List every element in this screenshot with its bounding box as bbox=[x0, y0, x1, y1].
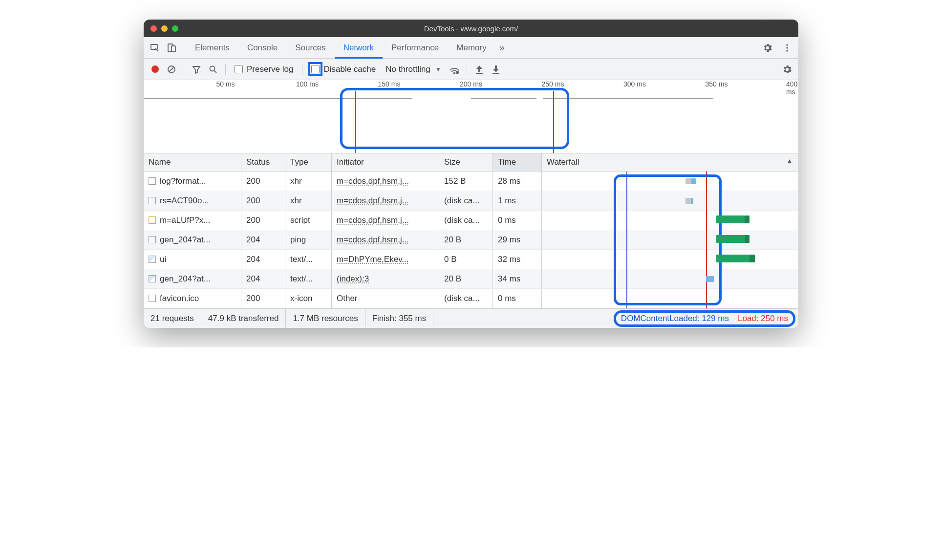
request-initiator[interactable]: (index):3 bbox=[337, 274, 369, 284]
request-time: 0 ms bbox=[493, 211, 542, 230]
svg-point-8 bbox=[453, 72, 455, 74]
tab-memory[interactable]: Memory bbox=[448, 37, 495, 59]
overview-timeline[interactable]: 50 ms 100 ms 150 ms 200 ms 250 ms 300 ms… bbox=[144, 80, 798, 153]
throttling-select[interactable]: No throttling ▼ bbox=[382, 65, 445, 74]
request-initiator[interactable]: m=cdos,dpf,hsm,j... bbox=[337, 176, 409, 186]
tab-performance[interactable]: Performance bbox=[383, 37, 448, 59]
request-time: 28 ms bbox=[493, 172, 542, 191]
separator bbox=[225, 64, 226, 75]
col-waterfall[interactable]: Waterfall ▲ bbox=[542, 153, 798, 171]
tick-label: 350 ms bbox=[706, 80, 728, 88]
download-har-icon[interactable] bbox=[489, 62, 503, 77]
request-waterfall bbox=[542, 191, 798, 210]
table-row[interactable]: rs=ACT90o... 200 xhr m=cdos,dpf,hsm,j...… bbox=[144, 191, 798, 211]
request-initiator[interactable]: m=DhPYme,Ekev... bbox=[337, 255, 409, 264]
svg-rect-2 bbox=[171, 46, 175, 52]
tab-network[interactable]: Network bbox=[335, 37, 383, 59]
request-status: 204 bbox=[241, 269, 285, 288]
col-initiator[interactable]: Initiator bbox=[332, 153, 439, 171]
tab-elements[interactable]: Elements bbox=[186, 37, 238, 59]
settings-icon[interactable] bbox=[780, 62, 794, 77]
request-size: 20 B bbox=[439, 230, 493, 249]
clear-icon[interactable] bbox=[164, 62, 179, 77]
tick-label: 250 ms bbox=[542, 80, 564, 88]
status-finish: Finish: 355 ms bbox=[365, 309, 434, 328]
col-time[interactable]: Time bbox=[493, 153, 542, 171]
status-resources: 1.7 MB resources bbox=[286, 309, 365, 328]
request-initiator[interactable]: m=cdos,dpf,hsm,j... bbox=[337, 215, 409, 225]
throttling-label: No throttling bbox=[385, 65, 430, 74]
request-waterfall bbox=[542, 289, 798, 308]
table-row[interactable]: gen_204?at... 204 text/... (index):3 20 … bbox=[144, 269, 798, 289]
request-status: 204 bbox=[241, 230, 285, 249]
svg-point-3 bbox=[786, 44, 788, 46]
table-row[interactable]: gen_204?at... 204 ping m=cdos,dpf,hsm,j.… bbox=[144, 230, 798, 250]
file-icon bbox=[149, 295, 156, 302]
kebab-menu-icon[interactable] bbox=[779, 40, 795, 56]
request-initiator[interactable]: m=cdos,dpf,hsm,j... bbox=[337, 235, 409, 245]
request-name: gen_204?at... bbox=[160, 274, 211, 284]
record-icon[interactable] bbox=[148, 62, 162, 77]
svg-point-4 bbox=[786, 47, 788, 49]
status-bar: 21 requests 47.9 kB transferred 1.7 MB r… bbox=[144, 308, 798, 328]
svg-point-5 bbox=[786, 50, 788, 52]
table-row[interactable]: m=aLUfP?x... 200 script m=cdos,dpf,hsm,j… bbox=[144, 211, 798, 230]
request-size: (disk ca... bbox=[439, 289, 493, 308]
request-status: 204 bbox=[241, 250, 285, 269]
annotation-highlight: DOMContentLoaded: 129 ms Load: 250 ms bbox=[614, 310, 795, 327]
request-waterfall bbox=[542, 269, 798, 288]
status-transferred: 47.9 kB transferred bbox=[201, 309, 286, 328]
request-name: ui bbox=[160, 255, 166, 264]
request-size: 152 B bbox=[439, 172, 493, 191]
request-time: 29 ms bbox=[493, 230, 542, 249]
request-name: m=aLUfP?x... bbox=[160, 215, 210, 225]
request-name: gen_204?at... bbox=[160, 235, 211, 245]
request-status: 200 bbox=[241, 289, 285, 308]
request-waterfall bbox=[542, 211, 798, 230]
col-status[interactable]: Status bbox=[241, 153, 285, 171]
tab-sources[interactable]: Sources bbox=[286, 37, 334, 59]
more-tabs-icon[interactable]: » bbox=[495, 42, 509, 53]
settings-icon[interactable] bbox=[759, 40, 776, 56]
tab-console[interactable]: Console bbox=[238, 37, 286, 59]
request-waterfall bbox=[542, 172, 798, 191]
request-initiator: Other bbox=[337, 294, 358, 303]
request-name: log?format... bbox=[160, 176, 206, 186]
col-type[interactable]: Type bbox=[285, 153, 332, 171]
request-status: 200 bbox=[241, 172, 285, 191]
network-conditions-icon[interactable] bbox=[447, 62, 462, 77]
request-waterfall bbox=[542, 250, 798, 269]
request-initiator[interactable]: m=cdos,dpf,hsm,j... bbox=[337, 196, 409, 206]
file-icon bbox=[149, 256, 156, 263]
request-time: 1 ms bbox=[493, 191, 542, 210]
request-name: rs=ACT90o... bbox=[160, 196, 209, 206]
col-size[interactable]: Size bbox=[439, 153, 493, 171]
request-table: log?format... 200 xhr m=cdos,dpf,hsm,j..… bbox=[144, 172, 798, 308]
svg-rect-0 bbox=[151, 44, 157, 49]
tick-label: 150 ms bbox=[378, 80, 401, 88]
status-domcontentloaded: DOMContentLoaded: 129 ms bbox=[621, 314, 729, 323]
inspect-icon[interactable] bbox=[147, 40, 163, 56]
tick-label: 400 ms bbox=[786, 80, 797, 96]
table-row[interactable]: ui 204 text/... m=DhPYme,Ekev... 0 B 32 … bbox=[144, 250, 798, 269]
col-name[interactable]: Name bbox=[144, 153, 241, 171]
search-icon[interactable] bbox=[206, 62, 220, 77]
status-load: Load: 250 ms bbox=[738, 314, 788, 323]
table-row[interactable]: log?format... 200 xhr m=cdos,dpf,hsm,j..… bbox=[144, 172, 798, 191]
device-toolbar-icon[interactable] bbox=[163, 40, 180, 56]
upload-har-icon[interactable] bbox=[472, 62, 487, 77]
request-size: (disk ca... bbox=[439, 191, 493, 210]
filter-icon[interactable] bbox=[189, 62, 204, 77]
preserve-log-checkbox[interactable]: Preserve log bbox=[231, 65, 297, 74]
tick-label: 200 ms bbox=[460, 80, 482, 88]
separator bbox=[183, 42, 183, 54]
table-row[interactable]: favicon.ico 200 x-icon Other (disk ca...… bbox=[144, 289, 798, 308]
separator bbox=[302, 64, 302, 75]
col-waterfall-label: Waterfall bbox=[547, 157, 579, 167]
titlebar: DevTools - www.google.com/ bbox=[144, 20, 798, 37]
disable-cache-checkbox[interactable]: Disable cache bbox=[307, 65, 380, 74]
request-size: (disk ca... bbox=[439, 211, 493, 230]
svg-point-7 bbox=[210, 66, 215, 71]
tick-label: 300 ms bbox=[623, 80, 646, 88]
request-waterfall bbox=[542, 230, 798, 249]
